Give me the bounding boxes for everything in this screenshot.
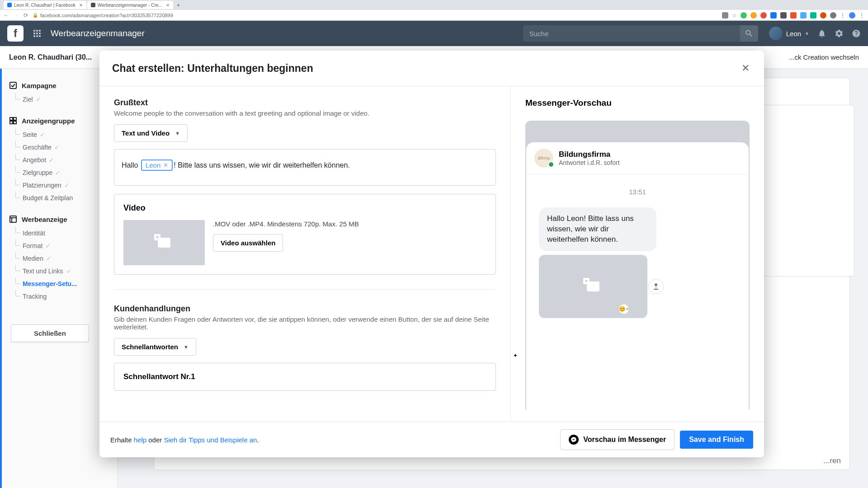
page-name: Bildungsfirma [559,150,620,159]
svg-rect-3 [10,121,13,124]
sidebar-item-platzierungen[interactable]: Platzierungen✓ [9,179,110,192]
address-bar[interactable]: 🔒 facebook.com/adsmanager/creation?act=3… [33,13,722,18]
user-name: Leon [786,30,801,38]
tab-title: Leon R. Chaudhari | Facebook [14,3,75,8]
ext-icon[interactable] [800,12,807,19]
chevron-down-icon: ▼ [184,344,189,350]
account-selector[interactable]: Leon R. Chaudhari (30... [9,53,92,61]
preview-in-messenger-button[interactable]: Vorschau im Messenger [560,429,675,450]
browser-tab-strip: Leon R. Chaudhari | Facebook ✕ Werbeanze… [0,0,868,10]
sidebar-item-ziel[interactable]: Ziel✓ [9,93,110,106]
greeting-text-input[interactable]: Hallo Leon✕! Bitte lass uns wissen, wie … [114,149,496,186]
search-input[interactable] [523,25,740,42]
response-time: Antwortet i.d.R. sofort [559,159,620,166]
close-modal-button[interactable]: ✕ [740,61,751,76]
ext-icon[interactable] [770,12,777,19]
actions-type-dropdown[interactable]: Schnellantworten ▼ [114,338,196,356]
check-icon: ✓ [45,242,51,249]
extension-icons: ☆ ⋮ ⋮ [722,12,864,19]
page-title: Werbeanzeigenmanager [51,28,145,38]
switch-creation-link[interactable]: ...ck Creation wechseln [789,53,859,61]
reload-icon[interactable]: ⟳ [24,12,28,19]
sidebar-campaign-header[interactable]: Kampagne [9,78,110,93]
grid-icon [9,117,17,125]
messenger-preview-panel: Messenger-Vorschau Bfirma Bildungsfirma … [511,86,764,422]
tips-link[interactable]: Sieh dir Tipps und Beispiele an [164,436,257,444]
ext-icon[interactable] [750,12,757,19]
zoom-icon[interactable] [722,12,728,19]
chat-timestamp: 13:51 [535,188,740,196]
preview-title: Messenger-Vorschau [525,98,750,108]
sidebar-adset-header[interactable]: Anzeigengruppe [9,113,110,128]
apps-menu-button[interactable] [29,25,45,42]
ext-icon[interactable] [790,12,797,19]
chevron-down-icon: ▼ [805,31,809,36]
check-icon: ✓ [54,144,60,151]
user-menu[interactable]: Leon ▼ [769,27,809,40]
sidebar-item-zielgruppe[interactable]: Zielgruppe✓ [9,166,110,179]
svg-rect-0 [10,82,16,89]
select-video-button[interactable]: Video auswählen [213,234,283,252]
kebab-icon[interactable]: ⋮ [840,12,845,19]
quick-reply-card: Schnellantwort Nr.1 [114,363,496,391]
sidebar-item-tracking[interactable]: Tracking [9,290,110,303]
emoji-add-icon[interactable]: 😊+ [618,304,629,314]
bell-icon[interactable] [817,29,826,38]
back-icon[interactable]: ← [4,12,9,19]
greeting-type-dropdown[interactable]: Text und Video ▼ [114,124,188,142]
profile-icon[interactable] [849,12,855,19]
share-button[interactable] [648,279,664,294]
facebook-icon [7,3,12,7]
ext-icon[interactable] [810,12,816,19]
video-hint: .MOV oder .MP4. Mindestens 720p. Max. 25… [213,220,359,228]
chat-bubble: Hallo Leon! Bitte lass uns wissen, wie w… [539,207,656,251]
save-and-finish-button[interactable]: Save and Finish [680,431,753,449]
sidebar-item-geschaefte[interactable]: Geschäfte✓ [9,141,110,154]
close-icon[interactable]: ✕ [166,3,170,8]
search-icon [745,29,754,38]
sidebar-item-identitaet[interactable]: Identität [9,227,110,239]
name-token[interactable]: Leon✕ [141,160,173,171]
search-button[interactable] [740,25,758,42]
add-video-icon [158,238,170,248]
quick-reply-title: Schnellantwort Nr.1 [123,372,486,381]
facebook-logo[interactable]: f [7,25,24,42]
video-icon [587,282,599,291]
ads-manager-navbar: f Werbeanzeigenmanager Leon ▼ [0,21,868,46]
gear-icon[interactable] [835,29,844,38]
check-icon: ✓ [46,255,52,262]
ext-icon[interactable] [820,12,826,19]
browser-tab[interactable]: Werbeanzeigenmanager - Cre... ✕ [87,1,173,9]
close-button[interactable]: Schließen [11,324,89,342]
help-icon[interactable] [852,29,861,38]
ext-icon[interactable] [780,12,787,19]
remove-token-icon[interactable]: ✕ [163,162,168,169]
menu-icon[interactable]: ⋮ [859,12,864,19]
online-status-icon [548,161,554,168]
video-upload-card: Video .MOV oder .MP4. Mindestens 720p. M… [114,194,496,275]
adsmanager-icon [91,3,95,7]
close-icon[interactable]: ✕ [79,3,83,8]
sidebar-item-budget[interactable]: Budget & Zeitplan [9,192,110,204]
sidebar-item-seite[interactable]: Seite✓ [9,128,110,141]
sidebar-item-medien[interactable]: Medien✓ [9,252,110,265]
help-link[interactable]: help [134,436,146,444]
ext-icon[interactable] [760,12,767,19]
video-placeholder[interactable] [123,220,205,265]
sidebar-item-format[interactable]: Format✓ [9,239,110,252]
modal-footer: Erhalte help oder Sieh dir Tipps und Bei… [99,422,764,457]
tab-title: Werbeanzeigenmanager - Cre... [98,3,162,8]
star-icon[interactable]: ☆ [732,12,737,19]
forward-icon[interactable]: → [14,12,19,19]
sidebar-item-angebot[interactable]: Angebot✓ [9,154,110,166]
new-tab-button[interactable]: + [177,2,180,9]
divider [114,289,496,290]
share-icon [652,283,660,290]
sidebar-item-messenger-setup[interactable]: Messenger-Setu... [9,277,110,290]
ext-icon[interactable] [741,12,747,19]
browser-tab[interactable]: Leon R. Chaudhari | Facebook ✕ [4,1,86,9]
sidebar-item-text-links[interactable]: Text und Links✓ [9,265,110,277]
sidebar-ad-header[interactable]: Werbeanzeige [9,211,110,227]
ext-icon[interactable] [830,12,836,19]
check-icon: ✓ [40,131,45,138]
